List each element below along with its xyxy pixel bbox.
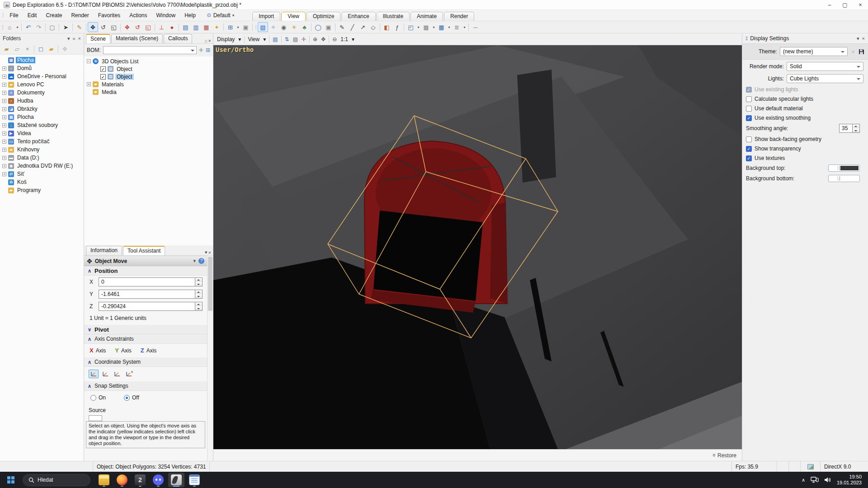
chevron-down-icon[interactable]: ▾	[67, 36, 70, 42]
spinner[interactable]	[195, 290, 203, 299]
expander-icon[interactable]: +	[2, 83, 6, 87]
folder-item[interactable]: + ⇄ Síť	[0, 170, 84, 178]
viewports-dropdown-icon[interactable]: ▾	[236, 22, 241, 32]
collapse-toolbar-icon[interactable]: ─	[470, 22, 481, 32]
menu-item[interactable]: Render	[66, 11, 93, 19]
bounds-icon[interactable]: ▣	[323, 22, 334, 32]
tab-scene[interactable]: Scene	[86, 34, 110, 43]
network-icon[interactable]	[811, 477, 819, 483]
view-dropdown-arrow-icon[interactable]: ▾	[261, 35, 268, 44]
rotate-tool-icon[interactable]: ↺	[98, 22, 108, 32]
render-style-icon[interactable]: ▩	[421, 22, 431, 32]
expander-icon[interactable]: +	[2, 164, 6, 168]
expander-icon[interactable]: +	[2, 115, 6, 119]
list-dropdown-icon[interactable]: ▾	[462, 22, 467, 32]
scene-object-item[interactable]: ✓ ▧ Object	[87, 73, 213, 80]
display-checkbox-row[interactable]: Show back-facing geometry	[742, 134, 868, 143]
target-icon[interactable]: ✛	[300, 35, 308, 44]
render-mode-combobox[interactable]: Solid	[787, 62, 863, 71]
section-pivot[interactable]: ∨ Pivot	[84, 325, 207, 334]
axis-constraint-button[interactable]: Z Axis	[141, 347, 157, 354]
delete-theme-icon[interactable]: ×	[850, 48, 856, 55]
folder-item[interactable]: ▦ Plocha	[0, 56, 84, 64]
viewports-grid-icon[interactable]: ⊞	[225, 22, 236, 32]
folder-item[interactable]: ▰ Programy	[0, 186, 84, 194]
scrollbar[interactable]	[207, 256, 213, 461]
drag-folder-icon[interactable]: ✥	[60, 44, 70, 54]
tab-optimize[interactable]: Optimize	[307, 12, 340, 21]
home-icon[interactable]: ⌂	[204, 38, 208, 43]
spinner[interactable]	[195, 277, 203, 286]
close-panel-icon[interactable]: ×	[208, 250, 211, 255]
tab-callouts[interactable]: Callouts	[164, 34, 192, 43]
folder-item[interactable]: + ⌂ Domů	[0, 64, 84, 72]
taskbar-explorer[interactable]	[96, 473, 112, 487]
coord-local-button[interactable]	[112, 370, 122, 378]
tab-animate[interactable]: Animate	[410, 12, 443, 21]
folder-item[interactable]: + ☁ OneDrive - Personal	[0, 72, 84, 80]
close-panel-icon[interactable]: ×	[208, 38, 211, 43]
start-button[interactable]	[5, 474, 17, 486]
zoom-in-icon[interactable]: ⊕	[311, 35, 319, 44]
taskbar-omsi2[interactable]: 2	[132, 473, 148, 487]
folder-item[interactable]: + ≡ Dokumenty	[0, 89, 84, 97]
select-rect-icon[interactable]: ▢	[47, 22, 57, 32]
close-panel-icon[interactable]: ×	[78, 36, 81, 41]
folder-item[interactable]: + ◉ Jednotka DVD RW (E:)	[0, 162, 84, 170]
shape-icon[interactable]: ◇	[368, 22, 378, 32]
object-scale-icon[interactable]: ◱	[143, 22, 153, 32]
layout-icon[interactable]: ▣	[241, 22, 251, 32]
help-icon[interactable]: ?	[198, 258, 204, 264]
scene-object-item[interactable]: ✓ ▧ Object	[87, 65, 213, 73]
effects-icon[interactable]: ✦	[212, 22, 222, 32]
display-checkbox-row[interactable]: ✓ Use existing smoothing	[742, 113, 868, 122]
menu-item[interactable]: Create	[41, 11, 66, 19]
redo-icon[interactable]: ↷	[33, 22, 44, 32]
taskbar-discord[interactable]	[150, 473, 166, 487]
projection-icon[interactable]: ◰	[406, 22, 416, 32]
draw-icon[interactable]: ✎	[337, 22, 347, 32]
close-button[interactable]: ×	[853, 0, 868, 9]
preview-icon[interactable]: ◻	[36, 44, 46, 54]
taskbar-search[interactable]: Hledat	[23, 474, 90, 486]
bom-combobox[interactable]	[103, 46, 197, 54]
position-input[interactable]: -1.6461	[99, 290, 195, 299]
object-move-icon[interactable]: ✥	[122, 22, 132, 32]
minimize-button[interactable]: –	[822, 0, 837, 9]
display-checkbox-row[interactable]: Use default material	[742, 103, 868, 113]
projection-dropdown-icon[interactable]: ▾	[416, 22, 421, 32]
expander-icon[interactable]: +	[2, 107, 6, 111]
display-checkbox-row[interactable]: ✓ Show transparency	[742, 143, 868, 153]
profile-selector[interactable]: ⚙ Default ▾	[204, 12, 237, 19]
snap-on-radio[interactable]: On	[90, 394, 106, 401]
menu-item[interactable]: Actions	[125, 11, 151, 19]
folder-item[interactable]: + ▭ Tento počítač	[0, 137, 84, 145]
zoom-dropdown-icon[interactable]: ▾	[350, 35, 356, 44]
scene-doc-icon[interactable]: ▤	[180, 22, 191, 32]
snap-off-radio[interactable]: Off	[124, 394, 139, 401]
menu-item[interactable]: Window	[151, 11, 180, 19]
expander-icon[interactable]: +	[2, 172, 6, 176]
object-rotate-icon[interactable]: ↺	[132, 22, 143, 32]
axis-constraint-button[interactable]: Y Axis	[115, 347, 131, 354]
viewport-3d[interactable]: User/Ortho	[213, 45, 742, 449]
save-theme-icon[interactable]	[859, 49, 864, 55]
taskbar-notepad[interactable]	[186, 473, 203, 487]
lights-combobox[interactable]: Cube Lights	[787, 74, 863, 83]
undo-icon[interactable]: ↶	[23, 22, 33, 32]
menu-item[interactable]: Edit	[23, 11, 42, 19]
tab-tool-assistant[interactable]: Tool Assistant	[123, 246, 165, 255]
film-icon[interactable]: ▦	[201, 22, 212, 32]
collapse-panel-icon[interactable]: «	[72, 36, 75, 41]
menu-item[interactable]: Favorites	[94, 11, 125, 19]
expander-icon[interactable]: +	[2, 156, 6, 160]
expander-icon[interactable]: +	[2, 140, 6, 144]
tab-import[interactable]: Import	[252, 12, 280, 21]
tab-illustrate[interactable]: Illustrate	[377, 12, 410, 21]
expander-icon[interactable]: −	[87, 59, 91, 63]
source-combobox[interactable]	[89, 415, 102, 421]
folder-item[interactable]: + ▶ Videa	[0, 129, 84, 137]
table-icon[interactable]: ▦	[436, 22, 447, 32]
tab-enhance[interactable]: Enhance	[341, 12, 375, 21]
coord-parent-button[interactable]	[100, 370, 110, 378]
